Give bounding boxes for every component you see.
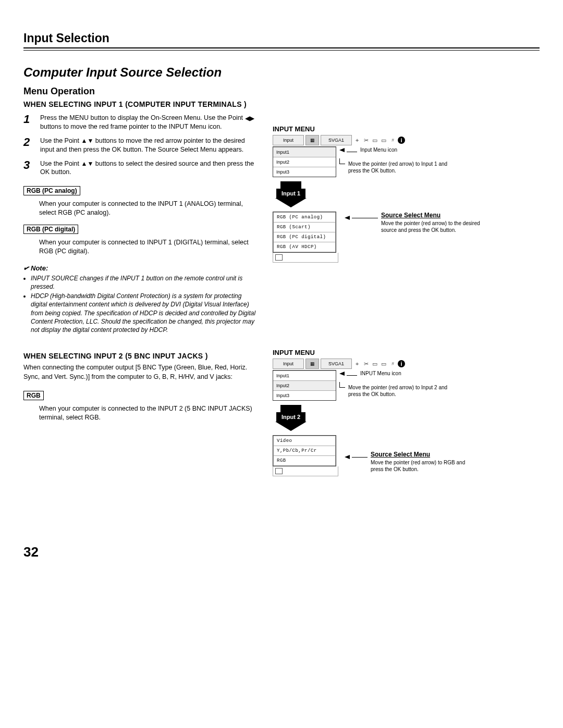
panel1-title: INPUT MENU <box>273 125 533 133</box>
panel2-topbar: Input ▦ SVGA1 ⌖ ✂ ▭ ▭ 〃 i <box>273 359 533 369</box>
exit-cell <box>273 466 338 476</box>
info-icon: i <box>398 360 405 367</box>
arrow-left-icon <box>339 148 345 152</box>
updown-icon: ▲▼ <box>81 159 94 168</box>
step-3: 3 Use the Point ▲▼ buttons to select the… <box>23 159 258 177</box>
contrast-icon: ✂ <box>362 137 370 144</box>
block2-intro: When connecting the computer output [5 B… <box>23 363 258 381</box>
block2-heading: WHEN SELECTING INPUT 2 (5 BNC INPUT JACK… <box>23 352 258 360</box>
tool-icon: ⌖ <box>353 360 361 367</box>
icon-strip: ⌖ ✂ ▭ ▭ 〃 i <box>353 360 405 367</box>
step-text: Press the MENU button to display the On-… <box>40 114 258 131</box>
ssm-title: Source Select Menu <box>381 212 480 219</box>
input-item: Input2 <box>273 157 336 167</box>
input-header: Input <box>273 135 304 145</box>
check-icon: ✔ <box>23 264 30 273</box>
source-item: RGB (Scart) <box>273 223 336 232</box>
note-head: ✔Note: <box>23 264 258 272</box>
subsection: Menu Operation <box>23 86 540 97</box>
page-number: 32 <box>23 544 540 560</box>
source-select-menu: RGB (PC analog) RGB (Scart) RGB (PC digi… <box>273 212 336 253</box>
input-icon: ▦ <box>305 135 319 145</box>
rule-thick <box>23 47 540 48</box>
mode-cell: SVGA1 <box>321 135 352 145</box>
step-1: 1 Press the MENU button to display the O… <box>23 114 258 131</box>
contrast-icon: ✂ <box>362 360 370 367</box>
note-item: HDCP (High-bandwidth Digital Content Pro… <box>31 292 258 334</box>
ssm-title: Source Select Menu <box>371 451 470 458</box>
input-item: Input1 <box>273 371 336 380</box>
page-heading: Input Selection <box>23 31 540 45</box>
ssm-desc: Move the pointer (red arrow) to the desi… <box>381 220 480 233</box>
screen2-icon: ▭ <box>380 137 387 144</box>
step1-a: Press the MENU button to display the On-… <box>40 114 245 121</box>
icon-strip: ⌖ ✂ ▭ ▭ 〃 i <box>353 137 405 144</box>
note-item: INPUT SOURCE changes if the INPUT 1 butt… <box>31 274 258 291</box>
arrow-left-icon <box>345 216 350 220</box>
step-num: 1 <box>23 114 35 131</box>
big-arrow: Input 2 <box>273 405 309 431</box>
arrow-label: Input 2 <box>276 412 305 422</box>
panel2-title: INPUT MENU <box>273 349 533 356</box>
input-header: Input <box>273 359 304 369</box>
callout-icon-label: INPUT Menu icon <box>360 370 401 377</box>
screen2-icon: ▭ <box>380 360 387 367</box>
step1-b: buttons to move the red frame pointer to… <box>40 123 222 130</box>
box-rgb: RGB <box>23 391 44 400</box>
section-title: Computer Input Source Selection <box>23 65 540 80</box>
note-list: INPUT SOURCE changes if the INPUT 1 butt… <box>23 274 258 334</box>
source-item: RGB (AV HDCP) <box>273 242 336 252</box>
right-column-2: INPUT MENU Input ▦ SVGA1 ⌖ ✂ ▭ ▭ 〃 i Inp… <box>273 349 533 476</box>
rule-thin <box>23 50 540 51</box>
exit-icon <box>275 468 283 474</box>
input-icon: ▦ <box>305 359 319 369</box>
big-arrow: Input 1 <box>273 181 309 207</box>
leftright-icon: ◀▶ <box>245 114 254 122</box>
source-item: RGB (PC digital) <box>273 232 336 242</box>
box-rgb-pc-analog: RGB (PC analog) <box>23 186 80 195</box>
tool-icon: ⌖ <box>353 137 361 144</box>
arrow-label: Input 1 <box>276 189 305 198</box>
note-label: Note: <box>31 264 48 272</box>
input-menu-box: Input1 Input2 Input3 <box>273 370 336 401</box>
exit-icon <box>275 254 283 261</box>
desc-rgb-analog: When your computer is connected to the I… <box>39 200 258 217</box>
input-item: Input2 <box>273 380 336 390</box>
step-2: 2 Use the Point ▲▼ buttons to move the r… <box>23 137 258 154</box>
desc-rgb: When your computer is connected to the I… <box>39 404 258 422</box>
desc-rgb-digital: When your computer is connected to INPUT… <box>39 238 258 256</box>
source-item: Video <box>273 436 336 446</box>
screen-icon: ▭ <box>371 360 378 367</box>
info-icon: i <box>398 137 405 144</box>
panel1-topbar: Input ▦ SVGA1 ⌖ ✂ ▭ ▭ 〃 i <box>273 135 533 145</box>
step-text: Use the Point ▲▼ buttons to move the red… <box>40 137 258 154</box>
callout-move: Move the pointer (red arrow) to Input 1 … <box>348 161 458 174</box>
screen-icon: ▭ <box>371 137 378 144</box>
step-num: 3 <box>23 159 35 177</box>
input-item: Input3 <box>273 167 336 177</box>
step2-a: Use the Point <box>40 137 81 144</box>
mode-cell: SVGA1 <box>321 359 352 369</box>
arrow-left-icon <box>339 372 345 376</box>
source-select-menu: Video Y,Pb/Cb,Pr/Cr RGB <box>273 435 336 466</box>
step-num: 2 <box>23 137 35 154</box>
block1-heading: WHEN SELECTING INPUT 1 (COMPUTER INPUT T… <box>23 100 540 108</box>
box-rgb-pc-digital: RGB (PC digital) <box>23 225 78 234</box>
source-item: Y,Pb/Cb,Pr/Cr <box>273 446 336 456</box>
exit-cell <box>273 253 338 263</box>
setting-icon: 〃 <box>389 137 396 144</box>
input-item: Input3 <box>273 390 336 400</box>
source-item: RGB (PC analog) <box>273 212 336 223</box>
step-text: Use the Point ▲▼ buttons to select the d… <box>40 159 258 177</box>
input-item: Input1 <box>273 147 336 157</box>
source-item: RGB <box>273 456 336 466</box>
arrow-left-icon <box>345 455 350 459</box>
callout-move: Move the pointer (red arrow) to Input 2 … <box>348 384 458 398</box>
ssm-desc: Move the pointer (red arrow) to RGB and … <box>371 459 470 473</box>
input-menu-box: Input1 Input2 Input3 <box>273 146 336 177</box>
right-column: INPUT MENU Input ▦ SVGA1 ⌖ ✂ ▭ ▭ 〃 i Inp… <box>273 112 533 335</box>
callout-icon-label: Input Menu icon <box>360 146 397 153</box>
step3-a: Use the Point <box>40 160 81 167</box>
left-column-2: WHEN SELECTING INPUT 2 (5 BNC INPUT JACK… <box>23 349 258 476</box>
updown-icon: ▲▼ <box>81 137 94 145</box>
